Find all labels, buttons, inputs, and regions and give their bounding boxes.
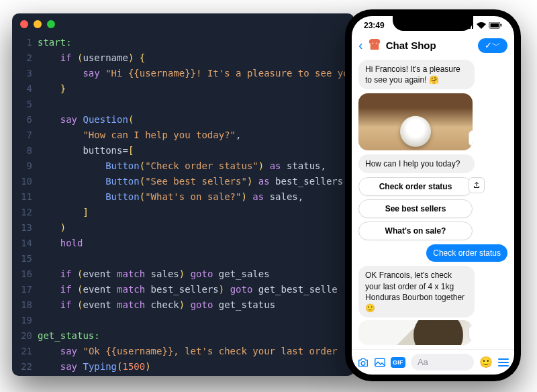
verified-pill[interactable]: ✓﹀ xyxy=(478,38,507,53)
code-editor: 12345678910111213141516171819202122 star… xyxy=(12,13,354,376)
svg-rect-5 xyxy=(375,358,385,366)
shop-logo-icon xyxy=(369,38,381,53)
quick-reply-button[interactable]: Check order status xyxy=(358,177,473,196)
chat-nav: ‹ Chat Shop ✓﹀ xyxy=(352,35,514,56)
quick-reply-button[interactable]: What's on sale? xyxy=(358,222,473,240)
share-icon[interactable] xyxy=(469,130,473,146)
close-icon[interactable] xyxy=(20,20,28,28)
share-icon[interactable] xyxy=(469,177,485,193)
status-time: 23:49 xyxy=(364,21,385,30)
user-message: Check order status xyxy=(426,244,507,262)
image-card[interactable] xyxy=(358,320,473,345)
chat-title: Chat Shop xyxy=(386,40,473,51)
battery-icon xyxy=(489,22,502,29)
emoji-icon[interactable]: 🙂 xyxy=(479,356,493,369)
message-list[interactable]: Hi Francois! It's a pleasure to see you … xyxy=(352,56,514,349)
window-titlebar xyxy=(12,13,354,35)
quick-replies: Check order status See best sellers What… xyxy=(358,177,473,240)
svg-point-4 xyxy=(361,361,365,365)
share-icon[interactable] xyxy=(469,325,473,341)
quick-reply-button[interactable]: See best sellers xyxy=(358,199,473,218)
message-input[interactable]: Aa xyxy=(411,354,474,371)
phone-notch xyxy=(393,16,473,31)
bot-question: How can I help you today? xyxy=(358,154,475,173)
camera-icon[interactable] xyxy=(357,358,369,367)
wifi-icon xyxy=(477,22,486,29)
image-icon[interactable] xyxy=(375,358,385,367)
image-card[interactable] xyxy=(358,93,473,150)
code-body[interactable]: 12345678910111213141516171819202122 star… xyxy=(12,35,354,376)
svg-rect-3 xyxy=(370,44,379,50)
gif-icon[interactable]: GIF xyxy=(391,357,405,368)
minimize-icon[interactable] xyxy=(34,20,42,28)
maximize-icon[interactable] xyxy=(47,20,55,28)
phone-screen: 23:49 ‹ Chat Shop ✓﹀ Hi Francois! It's a… xyxy=(352,16,514,375)
back-icon[interactable]: ‹ xyxy=(358,38,363,53)
composer: GIF Aa 🙂 xyxy=(352,349,514,375)
svg-rect-1 xyxy=(491,23,499,28)
bot-message: Hi Francois! It's a pleasure to see you … xyxy=(358,60,475,89)
svg-rect-2 xyxy=(501,24,502,27)
code-lines: start: if (username) { say "Hi {{usernam… xyxy=(38,35,349,375)
bot-followup: OK Francois, let's check your last order… xyxy=(358,266,475,317)
menu-icon[interactable] xyxy=(498,358,509,366)
line-gutter: 12345678910111213141516171819202122 xyxy=(12,35,38,375)
phone-mockup: 23:49 ‹ Chat Shop ✓﹀ Hi Francois! It's a… xyxy=(345,9,521,381)
